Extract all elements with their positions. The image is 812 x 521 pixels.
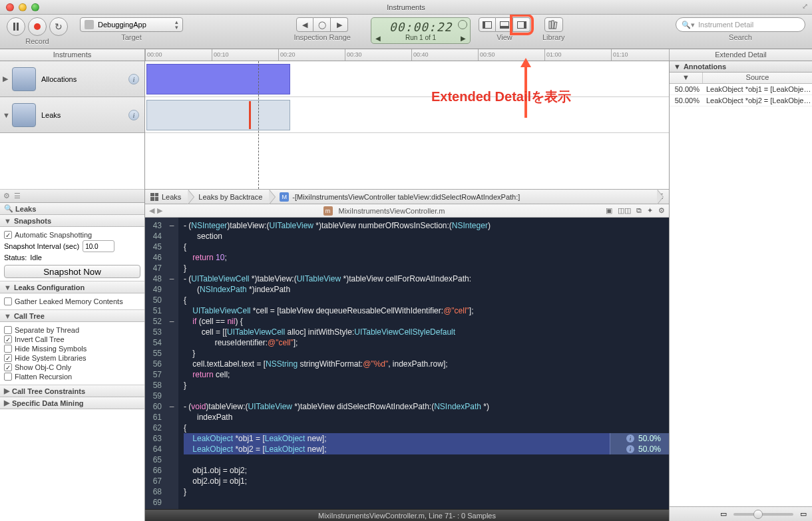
empty-track-area xyxy=(0,133,144,190)
jump-backtrace[interactable]: Leaks by Backtrace xyxy=(188,190,269,204)
code-line[interactable]: section xyxy=(184,231,669,242)
next-run-button[interactable]: ▶ xyxy=(461,35,466,42)
data-mining-header[interactable]: ▶Specific Data Mining xyxy=(0,397,144,409)
call-tree-header[interactable]: ▼Call Tree xyxy=(0,310,144,322)
code-line[interactable]: indexPath xyxy=(184,412,669,423)
code-line[interactable]: } xyxy=(184,380,669,391)
flatten-recursion-checkbox[interactable]: Flatten Recursion xyxy=(4,373,140,381)
view-right-button[interactable] xyxy=(513,17,530,32)
interval-stepper[interactable]: 10.0 xyxy=(83,240,114,252)
loop-button[interactable]: ↻ xyxy=(49,17,68,36)
code-line[interactable]: obj2.obj = obj1; xyxy=(184,476,669,486)
col-source[interactable]: Source xyxy=(703,73,812,83)
split-view-icon[interactable]: ◫◫ xyxy=(618,206,631,215)
range-right-button[interactable]: ▶ xyxy=(331,17,348,32)
code-line[interactable]: (NSIndexPath *)indexPath xyxy=(184,284,669,295)
code-line[interactable]: { xyxy=(184,295,669,305)
left-mini-toolbar: ⚙ ☰ xyxy=(0,190,144,203)
status-bar: MixiInstrumentsViewController.m, Line 71… xyxy=(145,509,669,521)
jump-root[interactable]: Leaks xyxy=(145,190,188,204)
code-line[interactable] xyxy=(184,454,669,465)
view-left-button[interactable] xyxy=(479,17,496,32)
gather-leaked-checkbox[interactable]: Gather Leaked Memory Contents xyxy=(4,297,140,305)
nav-back-icon[interactable]: ◀ xyxy=(149,206,154,215)
disclosure-icon[interactable]: ▶ xyxy=(3,75,8,83)
auto-snapshot-checkbox[interactable]: Automatic Snapshotting xyxy=(4,231,140,239)
snapshots-header[interactable]: ▼Snapshots xyxy=(0,215,144,227)
snapshot-now-button[interactable]: Snapshot Now xyxy=(4,265,140,278)
leak-event-bar xyxy=(249,101,251,129)
invert-call-tree-checkbox[interactable]: Invert Call Tree xyxy=(4,335,140,343)
info-icon[interactable]: i xyxy=(128,110,139,120)
code-line[interactable]: } xyxy=(184,486,669,497)
zoom-slider[interactable] xyxy=(733,513,793,516)
timeline-ruler[interactable]: 00:0000:1000:2000:3000:4000:5001:0001:10… xyxy=(145,49,669,61)
instrument-row-allocations[interactable]: ▶Allocationsi xyxy=(0,61,144,97)
jump-method[interactable]: M-[MixiInstrumentsViewController tableVi… xyxy=(269,190,657,204)
code-line[interactable]: cell = [[UITableViewCell alloc] initWith… xyxy=(184,327,669,337)
code-line[interactable]: LeakObject *obj1 = [LeakObject new]; xyxy=(184,433,669,444)
hide-missing-checkbox[interactable]: Hide Missing Symbols xyxy=(4,345,140,353)
separate-thread-checkbox[interactable]: Separate by Thread xyxy=(4,326,140,334)
code-line[interactable]: } xyxy=(184,348,669,359)
target-selector[interactable]: DebuggingApp ▴▾ xyxy=(80,17,183,32)
library-button[interactable] xyxy=(544,17,563,32)
show-objc-checkbox[interactable]: Show Obj-C Only xyxy=(4,363,140,371)
code-line[interactable]: { xyxy=(184,423,669,433)
code-line[interactable]: reuseIdentifier:@"cell"]; xyxy=(184,337,669,348)
code-line[interactable]: cell.textLabel.text = [NSString stringWi… xyxy=(184,359,669,369)
code-line[interactable]: - (NSInteger)tableView:(UITableView *)ta… xyxy=(184,220,669,231)
code-line[interactable]: LeakObject *obj2 = [LeakObject new]; xyxy=(184,444,669,454)
view-mode-icon[interactable]: ☰ xyxy=(14,192,21,200)
code-line[interactable]: - (UITableViewCell *)tableView:(UITableV… xyxy=(184,273,669,284)
playhead[interactable] xyxy=(258,61,259,189)
source-editor[interactable]: 4344454647484950515253545556575859606162… xyxy=(145,218,669,509)
detail-selector[interactable]: 🔍 Leaks xyxy=(0,203,144,215)
range-left-button[interactable]: ◀ xyxy=(296,17,313,32)
pause-button[interactable] xyxy=(7,17,25,36)
instrument-icon xyxy=(12,67,36,91)
view-bottom-button[interactable] xyxy=(496,17,513,32)
search-input[interactable]: 🔍▾ Instrument Detail xyxy=(676,17,805,32)
code-line[interactable]: if (cell == nil) { xyxy=(184,316,669,327)
track-area[interactable]: Extended Detailを表示 xyxy=(145,61,669,190)
nav-fwd-icon[interactable]: ▶ xyxy=(157,206,162,215)
counterpart-icon[interactable]: ⧉ xyxy=(636,206,642,215)
file-gear-icon[interactable]: ✦ xyxy=(647,206,653,215)
prev-run-button[interactable]: ◀ xyxy=(375,35,381,42)
code-line[interactable]: - (void)tableView:(UITableView *)tableVi… xyxy=(184,401,669,412)
range-clear-button[interactable]: ◯ xyxy=(313,17,331,32)
zoom-in-icon[interactable]: ▭ xyxy=(800,510,807,518)
file-settings-icon[interactable]: ⚙ xyxy=(658,206,665,215)
leaks-lane[interactable] xyxy=(145,97,669,133)
annotation-row[interactable]: 50.00%LeakObject *obj1 = [LeakObjec... xyxy=(670,84,812,95)
instrument-name: Allocations xyxy=(41,75,77,83)
leaks-config-header[interactable]: ▼Leaks Configuration xyxy=(0,281,144,293)
extended-detail-pane: ▼Annotations ▼ Source 50.00%LeakObject *… xyxy=(669,61,812,521)
info-icon[interactable]: i xyxy=(128,74,139,85)
code-line[interactable]: } xyxy=(184,263,669,273)
constraints-header[interactable]: ▶Call Tree Constraints xyxy=(0,385,144,397)
col-hash[interactable]: ▼ xyxy=(670,73,703,83)
annotations-header[interactable]: ▼Annotations xyxy=(670,61,812,73)
file-action-icon[interactable]: ▣ xyxy=(606,206,612,215)
info-icon[interactable]: i xyxy=(626,445,634,453)
code-line[interactable]: UITableViewCell *cell = [tableView deque… xyxy=(184,305,669,316)
settings-icon[interactable]: ⚙ xyxy=(3,192,10,200)
code-line[interactable]: obj1.obj = obj2; xyxy=(184,465,669,476)
code-line[interactable]: { xyxy=(184,242,669,252)
code-line[interactable] xyxy=(184,497,669,508)
code-line[interactable]: return 10; xyxy=(184,252,669,263)
instrument-row-leaks[interactable]: ▼Leaksi xyxy=(0,97,144,133)
code-line[interactable]: @end xyxy=(184,508,669,509)
fullscreen-icon[interactable]: ⤢ xyxy=(802,2,808,11)
zoom-out-icon[interactable]: ▭ xyxy=(720,510,727,518)
allocations-lane[interactable] xyxy=(145,61,669,97)
info-icon[interactable]: i xyxy=(626,434,634,442)
disclosure-icon[interactable]: ▼ xyxy=(3,111,10,119)
hide-system-checkbox[interactable]: Hide System Libraries xyxy=(4,354,140,362)
annotation-row[interactable]: 50.00%LeakObject *obj2 = [LeakObjec... xyxy=(670,95,812,106)
code-line[interactable] xyxy=(184,391,669,401)
code-line[interactable]: return cell; xyxy=(184,369,669,380)
record-button[interactable] xyxy=(28,17,47,36)
